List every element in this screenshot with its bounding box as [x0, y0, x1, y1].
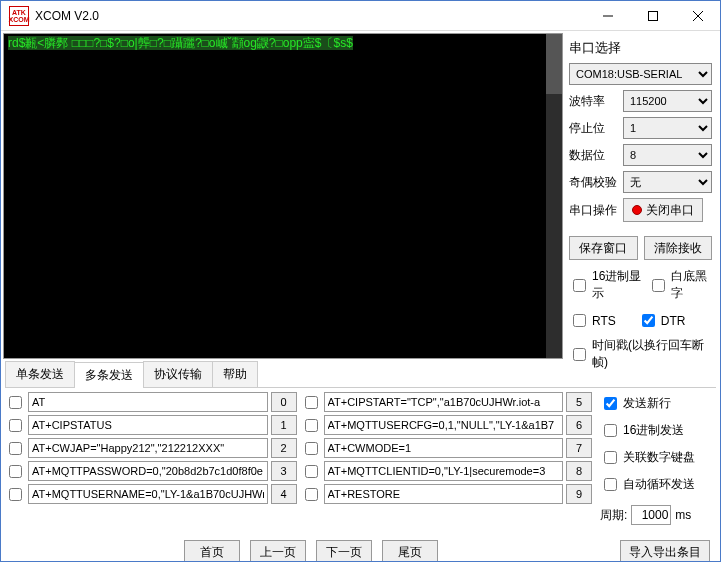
import-export-button[interactable]: 导入导出条目	[620, 540, 710, 562]
send-num-button[interactable]: 9	[566, 484, 592, 504]
loop-label: 自动循环发送	[623, 476, 695, 493]
tab-single-send[interactable]: 单条发送	[5, 361, 75, 387]
tab-help[interactable]: 帮助	[212, 361, 258, 387]
hex-send-label: 16进制发送	[623, 422, 684, 439]
tab-protocol[interactable]: 协议传输	[143, 361, 213, 387]
cmd-input[interactable]	[28, 415, 268, 435]
bw-label: 白底黑字	[671, 268, 712, 302]
cmd-input[interactable]	[28, 461, 268, 481]
data-select[interactable]: 8	[623, 144, 712, 166]
clear-recv-button[interactable]: 清除接收	[644, 236, 713, 260]
cmd-input[interactable]	[324, 484, 564, 504]
hex-display-checkbox[interactable]	[573, 279, 586, 292]
port-section-title: 串口选择	[569, 39, 712, 57]
send-num-button[interactable]: 6	[566, 415, 592, 435]
numpad-checkbox[interactable]	[604, 451, 617, 464]
baud-select[interactable]: 115200	[623, 90, 712, 112]
tab-multi-send[interactable]: 多条发送	[74, 362, 144, 388]
op-label: 串口操作	[569, 202, 619, 219]
terminal-scrollbar[interactable]	[546, 34, 562, 358]
parity-select[interactable]: 无	[623, 171, 712, 193]
period-label: 周期:	[600, 507, 627, 524]
cmd-enable-checkbox[interactable]	[305, 465, 318, 478]
cmd-enable-checkbox[interactable]	[9, 442, 22, 455]
minimize-button[interactable]	[585, 1, 630, 30]
newline-checkbox[interactable]	[604, 397, 617, 410]
cmd-input[interactable]	[324, 415, 564, 435]
stop-label: 停止位	[569, 120, 619, 137]
send-num-button[interactable]: 1	[271, 415, 297, 435]
dtr-checkbox[interactable]	[642, 314, 655, 327]
next-page-button[interactable]: 下一页	[316, 540, 372, 562]
cmd-input[interactable]	[324, 392, 564, 412]
send-num-button[interactable]: 0	[271, 392, 297, 412]
parity-label: 奇偶校验	[569, 174, 619, 191]
cmd-enable-checkbox[interactable]	[9, 419, 22, 432]
svg-rect-1	[648, 11, 657, 20]
newline-label: 发送新行	[623, 395, 671, 412]
close-button[interactable]	[675, 1, 720, 30]
rts-label: RTS	[592, 314, 616, 328]
cmd-input[interactable]	[324, 438, 564, 458]
terminal-line: rd$甉<膦鄸 □□□?□$?□o|龏□?□躡躧?□o峸ˇ顬og鼳?□opp寍$…	[8, 36, 353, 50]
timestamp-checkbox[interactable]	[573, 348, 586, 361]
send-num-button[interactable]: 5	[566, 392, 592, 412]
port-select[interactable]: COM18:USB-SERIAL	[569, 63, 712, 85]
cmd-enable-checkbox[interactable]	[9, 488, 22, 501]
first-page-button[interactable]: 首页	[184, 540, 240, 562]
send-num-button[interactable]: 8	[566, 461, 592, 481]
cmd-input[interactable]	[28, 438, 268, 458]
period-input[interactable]	[631, 505, 671, 525]
app-logo: ATK XCOM	[9, 6, 29, 26]
numpad-label: 关联数字键盘	[623, 449, 695, 466]
port-status-icon	[632, 205, 642, 215]
send-num-button[interactable]: 4	[271, 484, 297, 504]
save-window-button[interactable]: 保存窗口	[569, 236, 638, 260]
baud-label: 波特率	[569, 93, 619, 110]
cmd-enable-checkbox[interactable]	[305, 419, 318, 432]
rts-checkbox[interactable]	[573, 314, 586, 327]
send-num-button[interactable]: 7	[566, 438, 592, 458]
send-num-button[interactable]: 3	[271, 461, 297, 481]
timestamp-label: 时间戳(以换行回车断帧)	[592, 337, 712, 371]
cmd-enable-checkbox[interactable]	[305, 396, 318, 409]
cmd-input[interactable]	[28, 484, 268, 504]
maximize-button[interactable]	[630, 1, 675, 30]
dtr-label: DTR	[661, 314, 686, 328]
bw-checkbox[interactable]	[652, 279, 665, 292]
cmd-enable-checkbox[interactable]	[9, 396, 22, 409]
cmd-enable-checkbox[interactable]	[305, 442, 318, 455]
hex-display-label: 16进制显示	[592, 268, 644, 302]
app-title: XCOM V2.0	[35, 9, 585, 23]
cmd-enable-checkbox[interactable]	[9, 465, 22, 478]
last-page-button[interactable]: 尾页	[382, 540, 438, 562]
cmd-input[interactable]	[28, 392, 268, 412]
send-num-button[interactable]: 2	[271, 438, 297, 458]
terminal-output[interactable]: rd$甉<膦鄸 □□□?□$?□o|龏□?□躡躧?□o峸ˇ顬og鼳?□opp寍$…	[3, 33, 563, 359]
cmd-enable-checkbox[interactable]	[305, 488, 318, 501]
data-label: 数据位	[569, 147, 619, 164]
stop-select[interactable]: 1	[623, 117, 712, 139]
hex-send-checkbox[interactable]	[604, 424, 617, 437]
period-unit: ms	[675, 508, 691, 522]
cmd-input[interactable]	[324, 461, 564, 481]
prev-page-button[interactable]: 上一页	[250, 540, 306, 562]
loop-checkbox[interactable]	[604, 478, 617, 491]
close-port-button[interactable]: 关闭串口	[623, 198, 703, 222]
